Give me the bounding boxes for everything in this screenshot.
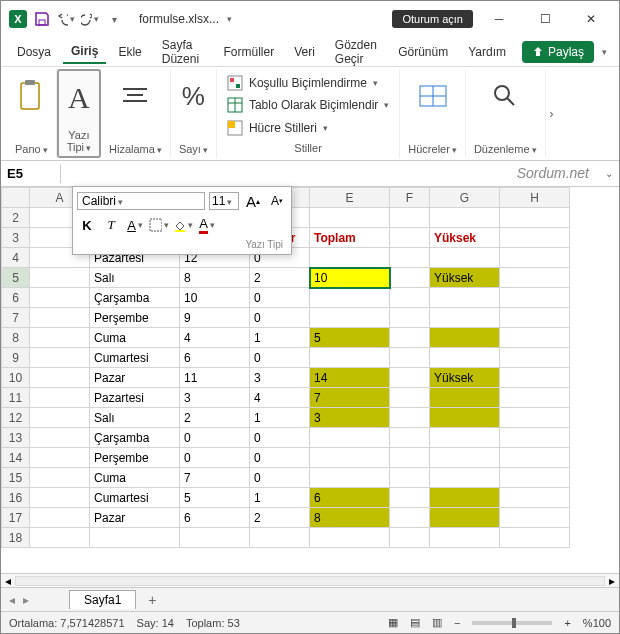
- cell-C9[interactable]: 6: [180, 348, 250, 368]
- col-header-F[interactable]: F: [390, 188, 430, 208]
- cell-A11[interactable]: [30, 388, 90, 408]
- cell-F12[interactable]: [390, 408, 430, 428]
- cell-H5[interactable]: [500, 268, 570, 288]
- row-header-7[interactable]: 7: [2, 308, 30, 328]
- col-header-H[interactable]: H: [500, 188, 570, 208]
- cell-E8[interactable]: 5: [310, 328, 390, 348]
- cell-D16[interactable]: 1: [250, 488, 310, 508]
- cell-A14[interactable]: [30, 448, 90, 468]
- tab-nav-prev-icon[interactable]: ◂: [1, 593, 23, 607]
- cell-E5[interactable]: 10: [310, 268, 390, 288]
- row-header-5[interactable]: 5: [2, 268, 30, 288]
- tab-sayfa-duzeni[interactable]: Sayfa Düzeni: [154, 34, 212, 70]
- cell-A7[interactable]: [30, 308, 90, 328]
- cell-G12[interactable]: [430, 408, 500, 428]
- cell-G11[interactable]: [430, 388, 500, 408]
- qat-dropdown-icon[interactable]: ▾: [105, 10, 123, 28]
- cell-C5[interactable]: 8: [180, 268, 250, 288]
- cell-H7[interactable]: [500, 308, 570, 328]
- row-header-8[interactable]: 8: [2, 328, 30, 348]
- row-header-18[interactable]: 18: [2, 528, 30, 548]
- cell-G14[interactable]: [430, 448, 500, 468]
- cell-B7[interactable]: Perşembe: [90, 308, 180, 328]
- bold-button[interactable]: K: [77, 215, 97, 235]
- row-header-4[interactable]: 4: [2, 248, 30, 268]
- row-header-9[interactable]: 9: [2, 348, 30, 368]
- row-header-6[interactable]: 6: [2, 288, 30, 308]
- decrease-font-icon[interactable]: A▾: [267, 191, 287, 211]
- group-yazi-tipi[interactable]: A Yazı Tipi: [57, 69, 101, 158]
- cell-D11[interactable]: 4: [250, 388, 310, 408]
- cell-C14[interactable]: 0: [180, 448, 250, 468]
- tab-giris[interactable]: Giriş: [63, 40, 106, 64]
- cell-G8[interactable]: [430, 328, 500, 348]
- font-size-selector[interactable]: 11: [209, 192, 239, 210]
- cell-H13[interactable]: [500, 428, 570, 448]
- zoom-in-icon[interactable]: +: [564, 617, 570, 629]
- italic-button[interactable]: T: [101, 215, 121, 235]
- cell-F10[interactable]: [390, 368, 430, 388]
- cell-D14[interactable]: 0: [250, 448, 310, 468]
- underline-button[interactable]: A: [125, 215, 145, 235]
- view-normal-icon[interactable]: ▦: [388, 616, 398, 629]
- tab-veri[interactable]: Veri: [286, 41, 323, 63]
- cell-G16[interactable]: [430, 488, 500, 508]
- cell-B14[interactable]: Perşembe: [90, 448, 180, 468]
- group-pano-label[interactable]: Pano: [15, 143, 48, 156]
- font-selector[interactable]: Calibri: [77, 192, 205, 210]
- cell-B10[interactable]: Pazar: [90, 368, 180, 388]
- formula-expand-icon[interactable]: ⌄: [599, 168, 619, 179]
- cell-E17[interactable]: 8: [310, 508, 390, 528]
- row-header-17[interactable]: 17: [2, 508, 30, 528]
- redo-icon[interactable]: [81, 10, 99, 28]
- cell-F4[interactable]: [390, 248, 430, 268]
- row-header-11[interactable]: 11: [2, 388, 30, 408]
- zoom-slider[interactable]: [472, 621, 552, 625]
- select-all-cell[interactable]: [2, 188, 30, 208]
- tab-gorunum[interactable]: Görünüm: [390, 41, 456, 63]
- cell-H18[interactable]: [500, 528, 570, 548]
- cell-C16[interactable]: 5: [180, 488, 250, 508]
- close-icon[interactable]: ✕: [571, 5, 611, 33]
- cell-A9[interactable]: [30, 348, 90, 368]
- percent-icon[interactable]: %: [182, 71, 205, 121]
- cell-E14[interactable]: [310, 448, 390, 468]
- cell-D6[interactable]: 0: [250, 288, 310, 308]
- cell-G13[interactable]: [430, 428, 500, 448]
- paste-icon[interactable]: [17, 71, 45, 121]
- minimize-icon[interactable]: ─: [479, 5, 519, 33]
- cell-B8[interactable]: Cuma: [90, 328, 180, 348]
- editing-icon[interactable]: [492, 71, 518, 121]
- align-icon[interactable]: [121, 71, 149, 121]
- conditional-formatting-button[interactable]: Koşullu Biçimlendirme▾: [227, 73, 378, 93]
- cell-H17[interactable]: [500, 508, 570, 528]
- cell-A12[interactable]: [30, 408, 90, 428]
- cell-F2[interactable]: [390, 208, 430, 228]
- font-color-button[interactable]: A: [197, 215, 217, 235]
- cell-A16[interactable]: [30, 488, 90, 508]
- signin-button[interactable]: Oturum açın: [392, 10, 473, 28]
- row-header-14[interactable]: 14: [2, 448, 30, 468]
- cell-H10[interactable]: [500, 368, 570, 388]
- cell-G7[interactable]: [430, 308, 500, 328]
- cell-D17[interactable]: 2: [250, 508, 310, 528]
- cell-F6[interactable]: [390, 288, 430, 308]
- cell-G9[interactable]: [430, 348, 500, 368]
- cell-A5[interactable]: [30, 268, 90, 288]
- increase-font-icon[interactable]: A▴: [243, 191, 263, 211]
- horizontal-scrollbar[interactable]: ◂ ▸: [1, 573, 619, 587]
- cell-C11[interactable]: 3: [180, 388, 250, 408]
- cell-C13[interactable]: 0: [180, 428, 250, 448]
- cell-B15[interactable]: Cuma: [90, 468, 180, 488]
- view-page-break-icon[interactable]: ▥: [432, 616, 442, 629]
- row-header-12[interactable]: 12: [2, 408, 30, 428]
- cell-H4[interactable]: [500, 248, 570, 268]
- cell-D7[interactable]: 0: [250, 308, 310, 328]
- cell-F15[interactable]: [390, 468, 430, 488]
- cells-icon[interactable]: [418, 71, 448, 121]
- new-sheet-icon[interactable]: +: [136, 592, 168, 608]
- cell-H6[interactable]: [500, 288, 570, 308]
- cell-D13[interactable]: 0: [250, 428, 310, 448]
- cell-F5[interactable]: [390, 268, 430, 288]
- cell-styles-button[interactable]: Hücre Stilleri▾: [227, 118, 328, 138]
